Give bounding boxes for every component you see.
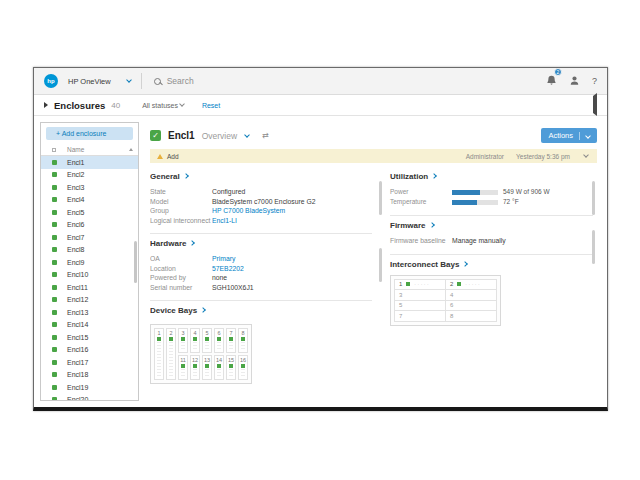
utilization-section-link[interactable]: Utilization [390, 172, 593, 181]
arrow-right-icon [429, 222, 435, 228]
notifications-button[interactable]: 2 [546, 72, 557, 90]
scrollbar[interactable] [379, 248, 383, 282]
enclosure-name: Encl1 [67, 159, 85, 166]
bay-number: 15 [228, 357, 234, 363]
bay-number: 8 [241, 330, 244, 336]
list-item[interactable]: Encl12 [41, 294, 138, 307]
interconnect-bay[interactable]: 5 [395, 300, 446, 311]
list-item[interactable]: Encl11 [41, 281, 138, 294]
list-item[interactable]: Encl3 [41, 181, 138, 194]
bay-number: 2 [169, 330, 172, 336]
list-item[interactable]: Encl5 [41, 206, 138, 219]
list-item[interactable]: Encl15 [41, 331, 138, 344]
interconnect-bays-section-link[interactable]: Interconnect Bays [390, 260, 593, 269]
field-value-link[interactable]: 57EB2202 [212, 264, 244, 274]
list-item[interactable]: Encl16 [41, 344, 138, 357]
user-menu-button[interactable] [569, 72, 580, 90]
device-bay[interactable]: 1 [154, 328, 164, 380]
blade-front-graphic [181, 342, 185, 351]
utilization-value: 549 W of 906 W [503, 187, 550, 197]
blade-front-graphic [205, 369, 209, 378]
status-ok-icon [193, 364, 197, 368]
status-filter-dropdown[interactable]: All statuses [142, 102, 186, 109]
device-bay[interactable]: 8 [238, 328, 248, 353]
utilization-bar [452, 200, 498, 205]
list-header[interactable]: Name [41, 144, 138, 156]
section-title: Device Bays [150, 306, 197, 315]
name-column-header: Name [67, 146, 84, 153]
list-item[interactable]: Encl18 [41, 369, 138, 382]
list-item[interactable]: Encl20 [41, 394, 138, 401]
relationships-map-icon[interactable] [262, 131, 269, 140]
main-menu-icon[interactable] [44, 102, 48, 108]
list-item[interactable]: Encl6 [41, 219, 138, 232]
interconnect-bay[interactable]: 4 [446, 290, 497, 301]
help-button[interactable]: ? [592, 76, 597, 86]
reset-filter-link[interactable]: Reset [202, 102, 220, 109]
device-bay[interactable]: 14 [214, 355, 224, 380]
bay-number: 5 [205, 330, 208, 336]
utilization-row: Power549 W of 906 W [390, 187, 593, 197]
enclosure-name: Encl16 [67, 346, 88, 353]
interconnect-bay[interactable]: 2 [446, 279, 497, 290]
list-item[interactable]: Encl8 [41, 244, 138, 257]
sidebar-scrollbar[interactable] [134, 241, 137, 283]
info-row: GroupHP C7000 BladeSystem [150, 206, 372, 216]
enclosure-name: Encl3 [67, 184, 85, 191]
device-bay[interactable]: 12 [190, 355, 200, 380]
interconnect-bay[interactable]: 7 [395, 311, 446, 322]
device-bay[interactable]: 11 [178, 355, 188, 380]
device-bay[interactable]: 16 [238, 355, 248, 380]
list-item[interactable]: Encl14 [41, 319, 138, 332]
chevron-down-icon [179, 101, 185, 107]
device-bay[interactable]: 15 [226, 355, 236, 380]
actions-button[interactable]: Actions [541, 128, 597, 143]
divider [579, 132, 580, 140]
interconnect-bay[interactable]: 6 [446, 300, 497, 311]
field-value-link[interactable]: Primary [212, 254, 235, 264]
enclosure-name: Encl5 [67, 209, 85, 216]
list-item[interactable]: Encl10 [41, 269, 138, 282]
bay-number: 7 [229, 330, 232, 336]
list-item[interactable]: Encl13 [41, 306, 138, 319]
device-bay[interactable]: 7 [226, 328, 236, 353]
field-value-link[interactable]: HP C7000 BladeSystem [212, 206, 285, 216]
collapse-panel-button[interactable] [593, 96, 597, 114]
info-row: Powered bynone [150, 273, 372, 283]
list-item[interactable]: Encl7 [41, 231, 138, 244]
list-item[interactable]: Encl1 [41, 156, 138, 169]
blade-front-graphic [181, 369, 185, 378]
scrollbar[interactable] [379, 181, 383, 215]
list-item[interactable]: Encl19 [41, 381, 138, 394]
device-bay[interactable]: 6 [214, 328, 224, 353]
device-bay[interactable]: 5 [202, 328, 212, 353]
general-section-link[interactable]: General [150, 172, 372, 181]
list-item[interactable]: Encl2 [41, 169, 138, 182]
list-item[interactable]: Encl17 [41, 356, 138, 369]
device-bay[interactable]: 4 [190, 328, 200, 353]
list-item[interactable]: Encl4 [41, 194, 138, 207]
field-label: Logical interconnect [150, 216, 212, 226]
blade-front-graphic [229, 369, 233, 378]
device-bay[interactable]: 2 [166, 328, 176, 380]
chevron-down-icon[interactable] [126, 77, 132, 83]
device-bays-section-link[interactable]: Device Bays [150, 306, 372, 315]
view-selector[interactable]: Overview [202, 131, 251, 141]
activity-banner[interactable]: Add Administrator Yesterday 5:36 pm [150, 149, 597, 163]
blade-front-graphic [193, 369, 197, 378]
scrollbar[interactable] [592, 181, 596, 215]
device-bay[interactable]: 3 [178, 328, 188, 353]
device-bay[interactable]: 13 [202, 355, 212, 380]
interconnect-bay[interactable]: 8 [446, 311, 497, 322]
search-input[interactable]: Search [150, 76, 538, 86]
list-item[interactable]: Encl9 [41, 256, 138, 269]
status-ok-icon [52, 210, 57, 215]
field-value-link[interactable]: Encl1-LI [212, 216, 237, 226]
interconnect-bay[interactable]: 1 [395, 279, 446, 290]
resource-count: 40 [111, 101, 120, 110]
bay-number: 4 [193, 330, 196, 336]
hardware-section-link[interactable]: Hardware [150, 239, 372, 248]
firmware-section-link[interactable]: Firmware [390, 221, 593, 230]
interconnect-bay[interactable]: 3 [395, 290, 446, 301]
add-enclosure-button[interactable]: + Add enclosure [46, 127, 133, 140]
